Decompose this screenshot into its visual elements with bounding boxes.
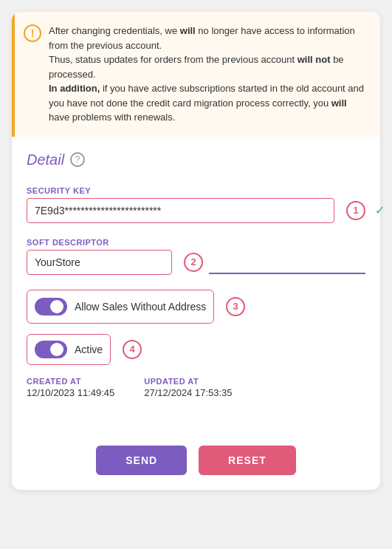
warning-icon: ! bbox=[24, 24, 41, 42]
created-at-value: 12/10/2023 11:49:45 bbox=[27, 387, 114, 398]
active-row: Active bbox=[27, 334, 111, 365]
button-row: SEND RESET bbox=[12, 434, 380, 490]
warning-banner: ! After changing credentials, we will no… bbox=[12, 12, 380, 137]
send-button[interactable]: SEND bbox=[96, 446, 187, 475]
detail-header: Detail ? bbox=[27, 151, 365, 168]
detail-section: Detail ? SECURITY KEY ✓ 1 SOFT DESCRIPTO… bbox=[12, 137, 380, 434]
help-icon[interactable]: ? bbox=[70, 152, 85, 167]
check-icon: ✓ bbox=[375, 203, 380, 217]
soft-descriptor-group: SOFT DESCRIPTOR 2 bbox=[27, 238, 365, 275]
allow-sales-badge: 3 bbox=[226, 297, 245, 316]
security-key-label: SECURITY KEY bbox=[27, 186, 365, 195]
allow-sales-toggle[interactable] bbox=[35, 298, 67, 316]
warning-text: After changing credentials, we will no l… bbox=[49, 24, 368, 125]
allow-sales-toggle-row: Allow Sales Without Address bbox=[27, 290, 214, 324]
active-toggle[interactable] bbox=[35, 341, 67, 358]
security-key-group: SECURITY KEY ✓ 1 bbox=[27, 186, 365, 223]
security-key-badge: 1 bbox=[346, 201, 365, 220]
created-at-label: CREATED AT bbox=[27, 377, 114, 386]
detail-title: Detail bbox=[27, 151, 64, 168]
soft-descriptor-input[interactable] bbox=[27, 250, 172, 275]
updated-at-block: UPDATED AT 27/12/2024 17:53:35 bbox=[144, 377, 232, 398]
updated-at-label: UPDATED AT bbox=[144, 377, 232, 386]
main-card: ! After changing credentials, we will no… bbox=[12, 12, 380, 490]
soft-descriptor-label: SOFT DESCRIPTOR bbox=[27, 238, 365, 247]
active-label: Active bbox=[75, 344, 103, 355]
timestamps: CREATED AT 12/10/2023 11:49:45 UPDATED A… bbox=[27, 377, 365, 398]
created-at-block: CREATED AT 12/10/2023 11:49:45 bbox=[27, 377, 114, 398]
allow-sales-label: Allow Sales Without Address bbox=[75, 301, 206, 313]
security-key-input[interactable] bbox=[27, 198, 334, 223]
reset-button[interactable]: RESET bbox=[199, 446, 296, 475]
security-key-row: ✓ 1 bbox=[27, 198, 365, 223]
soft-descriptor-badge: 2 bbox=[184, 253, 203, 272]
updated-at-value: 27/12/2024 17:53:35 bbox=[144, 387, 232, 398]
active-badge: 4 bbox=[123, 340, 142, 359]
